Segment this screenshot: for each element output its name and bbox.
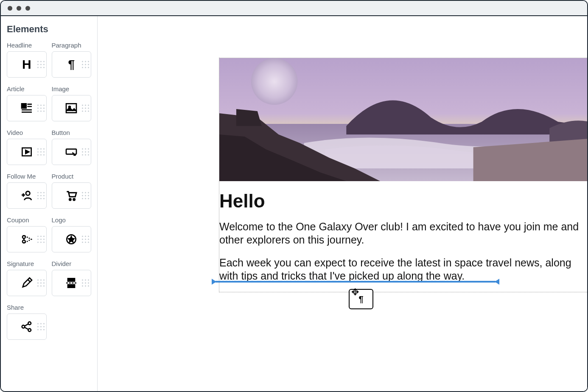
grip-icon [37, 192, 45, 199]
element-tile-headline[interactable]: H [7, 51, 47, 78]
element-share: Share [7, 304, 47, 340]
grip-icon [37, 61, 45, 68]
element-tile-divider[interactable] [52, 270, 92, 296]
email-content: Hello Welcome to the One Galaxy Over clu… [219, 181, 587, 283]
divider-icon [64, 276, 78, 290]
titlebar [1, 1, 587, 16]
app-body: Elements Headline H Paragraph ¶ [1, 16, 587, 391]
coupon-icon [20, 232, 34, 246]
element-article: Article [7, 85, 47, 121]
grip-icon [37, 323, 45, 330]
svg-line-18 [28, 280, 30, 282]
svg-point-9 [26, 191, 30, 195]
element-label: Product [52, 173, 92, 180]
element-tile-coupon[interactable] [7, 226, 47, 252]
element-button: Button [52, 129, 92, 165]
svg-rect-0 [22, 104, 26, 108]
element-label: Logo [52, 216, 92, 224]
element-paragraph: Paragraph ¶ [52, 42, 92, 78]
hero-image[interactable] [219, 58, 587, 181]
grip-icon [37, 105, 45, 112]
element-tile-button[interactable] [52, 139, 92, 165]
product-icon [64, 189, 78, 202]
logo-icon [64, 232, 78, 246]
grip-icon [82, 236, 89, 243]
element-tile-logo[interactable] [52, 226, 92, 252]
grip-icon [82, 280, 89, 287]
element-tile-image[interactable] [52, 95, 92, 121]
element-label: Video [7, 129, 47, 136]
svg-rect-21 [68, 285, 75, 288]
elements-grid: Headline H Paragraph ¶ Article [7, 42, 91, 340]
paragraph-icon: ¶ [358, 294, 363, 304]
element-label: Headline [7, 42, 47, 49]
element-coupon: Coupon [7, 216, 47, 252]
elements-sidebar: Elements Headline H Paragraph ¶ [1, 16, 98, 391]
image-icon [64, 101, 78, 115]
element-label: Coupon [7, 216, 47, 224]
svg-rect-19 [68, 278, 75, 281]
svg-rect-8 [66, 149, 76, 154]
svg-rect-5 [66, 104, 76, 112]
svg-line-26 [24, 327, 28, 329]
element-follow-me: Follow Me [7, 173, 47, 209]
email-heading[interactable]: Hello [219, 190, 587, 212]
grip-icon [82, 61, 89, 68]
paragraph-icon: ¶ [68, 58, 75, 71]
element-image: Image [52, 85, 92, 121]
element-tile-follow[interactable] [7, 182, 47, 209]
element-label: Follow Me [7, 173, 47, 180]
follow-icon [20, 189, 34, 202]
element-video: Video [7, 129, 47, 165]
share-icon [20, 320, 34, 333]
svg-point-13 [73, 199, 75, 200]
element-tile-signature[interactable] [7, 270, 47, 296]
grip-icon [82, 105, 89, 112]
element-label: Divider [52, 260, 92, 267]
element-tile-article[interactable] [7, 95, 47, 121]
element-product: Product [52, 173, 92, 209]
element-label: Signature [7, 260, 47, 267]
traffic-light-close[interactable] [8, 6, 12, 11]
element-label: Article [7, 85, 47, 92]
element-headline: Headline H [7, 42, 47, 78]
email-paragraph-1[interactable]: Welcome to the One Galaxy Over club! I a… [219, 220, 587, 247]
button-icon [64, 145, 78, 159]
email-paragraph-2[interactable]: Each week you can expect to receive the … [219, 256, 587, 283]
element-label: Button [52, 129, 92, 136]
grip-icon [37, 236, 45, 243]
article-icon [20, 101, 34, 115]
svg-point-28 [251, 58, 298, 105]
element-label: Image [52, 85, 92, 92]
element-tile-product[interactable] [52, 182, 92, 209]
grip-icon [37, 148, 45, 156]
traffic-light-zoom[interactable] [25, 6, 30, 11]
video-icon [20, 145, 34, 159]
window-frame: Elements Headline H Paragraph ¶ [0, 0, 588, 392]
signature-icon [20, 276, 34, 290]
sidebar-title: Elements [7, 24, 91, 35]
drop-indicator [216, 281, 496, 283]
element-logo: Logo [52, 216, 92, 252]
move-cursor-icon: ✥ [351, 287, 359, 298]
element-tile-share[interactable] [7, 314, 47, 340]
headline-icon: H [22, 57, 31, 72]
canvas-area[interactable]: Hello Welcome to the One Galaxy Over clu… [98, 16, 587, 391]
svg-point-12 [70, 199, 71, 200]
grip-icon [82, 148, 89, 156]
svg-line-25 [24, 324, 28, 326]
element-divider: Divider [52, 260, 92, 296]
grip-icon [37, 280, 45, 287]
element-signature: Signature [7, 260, 47, 296]
element-tile-paragraph[interactable]: ¶ [52, 51, 92, 78]
traffic-light-minimize[interactable] [17, 6, 21, 11]
element-label: Paragraph [52, 42, 92, 49]
email-block[interactable]: Hello Welcome to the One Galaxy Over clu… [219, 58, 587, 292]
grip-icon [82, 192, 89, 199]
element-tile-video[interactable] [7, 139, 47, 165]
element-label: Share [7, 304, 47, 311]
